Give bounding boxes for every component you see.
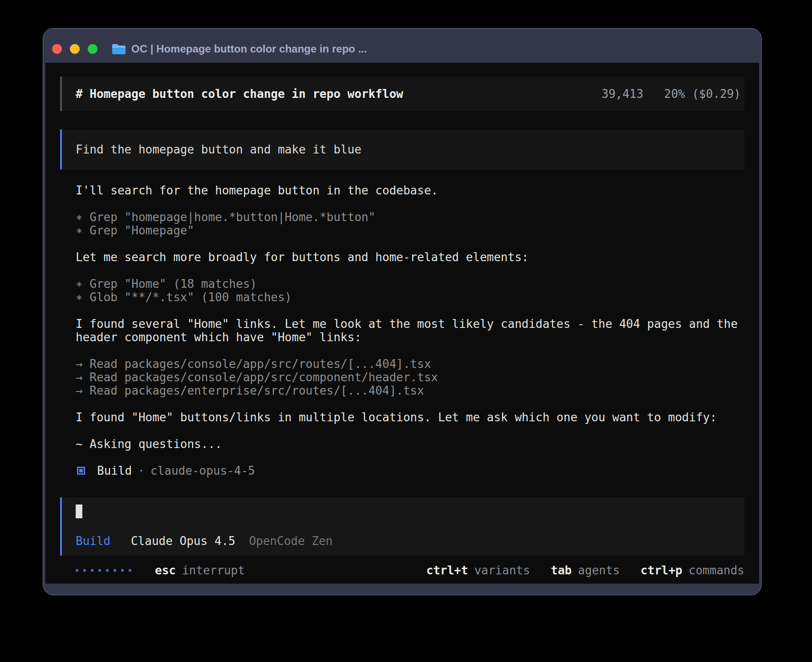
folder-icon	[112, 43, 126, 55]
shortcut-hint-agents: tabagents	[551, 564, 627, 577]
tool-call-group: ∗ Grep "Home" (18 matches) ∗ Glob "**/*.…	[76, 277, 749, 304]
dots-spinner-icon	[76, 569, 136, 572]
window-title: OC | Homepage button color change in rep…	[131, 43, 367, 55]
esc-label: interrupt	[182, 564, 245, 577]
tool-call-line: → Read packages/enterprise/src/routes/[.…	[76, 384, 749, 397]
assistant-text: I found "Home" buttons/links in multiple…	[76, 411, 749, 424]
assistant-status: ~ Asking questions...	[76, 437, 749, 451]
model-label: Claude Opus 4.5	[131, 534, 235, 548]
tool-call-line: ∗ Grep "homepage|home.*button|Home.*butt…	[76, 210, 749, 224]
zoom-button[interactable]	[88, 44, 97, 54]
close-button[interactable]	[52, 44, 62, 54]
terminal-screen: # Homepage button color change in repo w…	[45, 63, 759, 584]
model-info-row: Build Claude Opus 4.5 OpenCode Zen	[76, 534, 731, 548]
tool-call-group: ∗ Grep "homepage|home.*button|Home.*butt…	[76, 210, 749, 237]
shortcut-hint-commands: ctrl+pcommands	[641, 564, 744, 577]
mode-label: Build	[76, 534, 110, 548]
token-count: 39,413	[601, 87, 643, 101]
tool-call-line: → Read packages/console/app/src/componen…	[76, 371, 749, 384]
text-cursor	[76, 505, 82, 518]
status-bar: esc interrupt ctrl+tvariants tabagents c…	[60, 564, 744, 577]
session-stats: 39,413 20% ($0.29)	[601, 87, 741, 101]
window-titlebar[interactable]: OC | Homepage button color change in rep…	[43, 28, 761, 63]
prompt-input[interactable]: Build Claude Opus 4.5 OpenCode Zen	[60, 497, 744, 556]
assistant-text: Let me search more broadly for buttons a…	[76, 250, 749, 264]
user-message-text: Find the homepage button and make it blu…	[76, 143, 361, 156]
tool-call-line: ∗ Grep "Home" (18 matches)	[76, 277, 749, 291]
agent-name: Build	[97, 464, 132, 477]
agent-separator: ·	[138, 464, 145, 477]
agent-attribution: Build · claude-opus-4-5	[76, 464, 749, 477]
session-header: # Homepage button color change in repo w…	[60, 77, 744, 111]
assistant-transcript: I'll search for the homepage button in t…	[60, 184, 749, 477]
filled-square-icon	[77, 467, 85, 475]
shortcut-hint-variants: ctrl+tvariants	[426, 564, 537, 577]
minimize-button[interactable]	[70, 44, 80, 54]
context-usage: 20% ($0.29)	[664, 87, 741, 101]
session-title: # Homepage button color change in repo w…	[76, 87, 403, 101]
agent-model: claude-opus-4-5	[150, 464, 255, 477]
tool-call-line: → Read packages/console/app/src/routes/[…	[76, 357, 749, 371]
tool-call-line: ∗ Glob "**/*.tsx" (100 matches)	[76, 291, 749, 304]
esc-key: esc	[155, 564, 176, 577]
provider-label: OpenCode Zen	[249, 534, 333, 548]
assistant-text: I'll search for the homepage button in t…	[76, 184, 749, 197]
assistant-text: I found several "Home" links. Let me loo…	[76, 317, 749, 344]
user-message: Find the homepage button and make it blu…	[60, 129, 744, 170]
tool-call-line: ∗ Grep "Homepage"	[76, 224, 749, 237]
tool-call-group: → Read packages/console/app/src/routes/[…	[76, 357, 749, 397]
terminal-window: OC | Homepage button color change in rep…	[43, 28, 762, 595]
